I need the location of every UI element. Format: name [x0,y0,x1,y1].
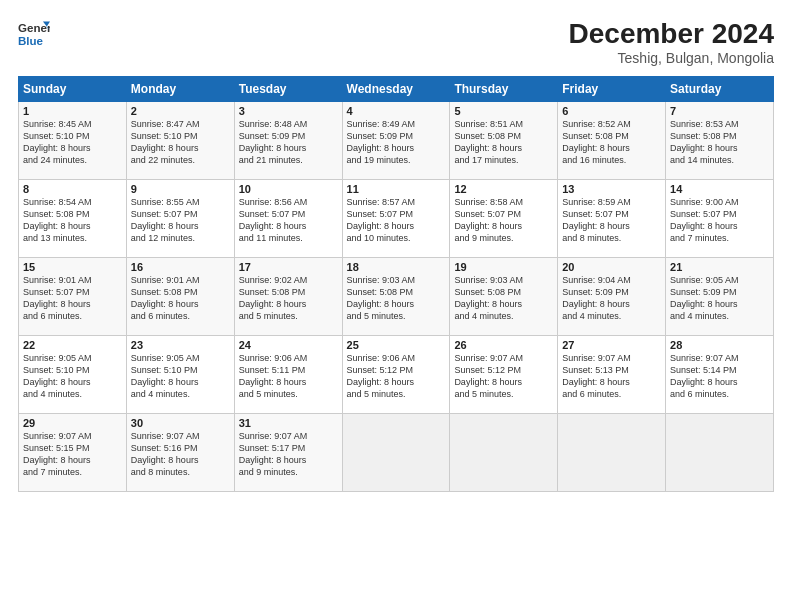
weekday-header-friday: Friday [558,77,666,102]
calendar-cell: 2Sunrise: 8:47 AM Sunset: 5:10 PM Daylig… [126,102,234,180]
calendar-cell: 17Sunrise: 9:02 AM Sunset: 5:08 PM Dayli… [234,258,342,336]
calendar-cell: 6Sunrise: 8:52 AM Sunset: 5:08 PM Daylig… [558,102,666,180]
calendar-cell: 4Sunrise: 8:49 AM Sunset: 5:09 PM Daylig… [342,102,450,180]
calendar-cell: 9Sunrise: 8:55 AM Sunset: 5:07 PM Daylig… [126,180,234,258]
calendar-cell: 25Sunrise: 9:06 AM Sunset: 5:12 PM Dayli… [342,336,450,414]
day-info: Sunrise: 9:00 AM Sunset: 5:07 PM Dayligh… [670,196,769,245]
day-number: 7 [670,105,769,117]
calendar-cell: 5Sunrise: 8:51 AM Sunset: 5:08 PM Daylig… [450,102,558,180]
day-info: Sunrise: 8:48 AM Sunset: 5:09 PM Dayligh… [239,118,338,167]
weekday-header-wednesday: Wednesday [342,77,450,102]
day-info: Sunrise: 9:06 AM Sunset: 5:12 PM Dayligh… [347,352,446,401]
day-info: Sunrise: 8:57 AM Sunset: 5:07 PM Dayligh… [347,196,446,245]
calendar-cell: 15Sunrise: 9:01 AM Sunset: 5:07 PM Dayli… [19,258,127,336]
day-info: Sunrise: 9:04 AM Sunset: 5:09 PM Dayligh… [562,274,661,323]
day-number: 15 [23,261,122,273]
calendar-cell [558,414,666,492]
calendar-cell: 18Sunrise: 9:03 AM Sunset: 5:08 PM Dayli… [342,258,450,336]
day-number: 8 [23,183,122,195]
day-info: Sunrise: 9:05 AM Sunset: 5:09 PM Dayligh… [670,274,769,323]
calendar-cell: 27Sunrise: 9:07 AM Sunset: 5:13 PM Dayli… [558,336,666,414]
calendar-cell: 8Sunrise: 8:54 AM Sunset: 5:08 PM Daylig… [19,180,127,258]
calendar-cell: 16Sunrise: 9:01 AM Sunset: 5:08 PM Dayli… [126,258,234,336]
day-info: Sunrise: 8:58 AM Sunset: 5:07 PM Dayligh… [454,196,553,245]
day-number: 23 [131,339,230,351]
subtitle: Teshig, Bulgan, Mongolia [569,50,774,66]
weekday-header-thursday: Thursday [450,77,558,102]
day-number: 6 [562,105,661,117]
day-info: Sunrise: 9:05 AM Sunset: 5:10 PM Dayligh… [131,352,230,401]
calendar-cell: 24Sunrise: 9:06 AM Sunset: 5:11 PM Dayli… [234,336,342,414]
day-number: 29 [23,417,122,429]
day-info: Sunrise: 9:07 AM Sunset: 5:12 PM Dayligh… [454,352,553,401]
day-info: Sunrise: 8:56 AM Sunset: 5:07 PM Dayligh… [239,196,338,245]
calendar-cell: 12Sunrise: 8:58 AM Sunset: 5:07 PM Dayli… [450,180,558,258]
weekday-header-monday: Monday [126,77,234,102]
day-number: 11 [347,183,446,195]
calendar-cell: 28Sunrise: 9:07 AM Sunset: 5:14 PM Dayli… [666,336,774,414]
day-info: Sunrise: 8:53 AM Sunset: 5:08 PM Dayligh… [670,118,769,167]
calendar-cell: 1Sunrise: 8:45 AM Sunset: 5:10 PM Daylig… [19,102,127,180]
day-number: 22 [23,339,122,351]
day-info: Sunrise: 9:07 AM Sunset: 5:15 PM Dayligh… [23,430,122,479]
day-info: Sunrise: 8:59 AM Sunset: 5:07 PM Dayligh… [562,196,661,245]
calendar-cell: 26Sunrise: 9:07 AM Sunset: 5:12 PM Dayli… [450,336,558,414]
day-info: Sunrise: 9:01 AM Sunset: 5:07 PM Dayligh… [23,274,122,323]
day-number: 4 [347,105,446,117]
day-number: 20 [562,261,661,273]
day-info: Sunrise: 8:54 AM Sunset: 5:08 PM Dayligh… [23,196,122,245]
calendar-cell: 22Sunrise: 9:05 AM Sunset: 5:10 PM Dayli… [19,336,127,414]
page-header: General Blue December 2024 Teshig, Bulga… [18,18,774,66]
day-number: 12 [454,183,553,195]
logo-icon: General Blue [18,18,50,50]
svg-text:Blue: Blue [18,35,44,47]
calendar-table: SundayMondayTuesdayWednesdayThursdayFrid… [18,76,774,492]
day-number: 25 [347,339,446,351]
calendar-cell: 14Sunrise: 9:00 AM Sunset: 5:07 PM Dayli… [666,180,774,258]
logo: General Blue [18,18,50,50]
day-info: Sunrise: 9:02 AM Sunset: 5:08 PM Dayligh… [239,274,338,323]
day-number: 17 [239,261,338,273]
day-number: 3 [239,105,338,117]
day-number: 30 [131,417,230,429]
day-info: Sunrise: 9:07 AM Sunset: 5:14 PM Dayligh… [670,352,769,401]
calendar-cell: 20Sunrise: 9:04 AM Sunset: 5:09 PM Dayli… [558,258,666,336]
day-number: 5 [454,105,553,117]
day-number: 2 [131,105,230,117]
calendar-cell: 29Sunrise: 9:07 AM Sunset: 5:15 PM Dayli… [19,414,127,492]
calendar-cell [450,414,558,492]
day-number: 28 [670,339,769,351]
title-block: December 2024 Teshig, Bulgan, Mongolia [569,18,774,66]
weekday-header-saturday: Saturday [666,77,774,102]
calendar-cell [666,414,774,492]
day-number: 24 [239,339,338,351]
day-number: 21 [670,261,769,273]
calendar-cell: 11Sunrise: 8:57 AM Sunset: 5:07 PM Dayli… [342,180,450,258]
day-info: Sunrise: 8:52 AM Sunset: 5:08 PM Dayligh… [562,118,661,167]
day-info: Sunrise: 8:55 AM Sunset: 5:07 PM Dayligh… [131,196,230,245]
calendar-cell: 21Sunrise: 9:05 AM Sunset: 5:09 PM Dayli… [666,258,774,336]
day-number: 9 [131,183,230,195]
day-number: 16 [131,261,230,273]
calendar-cell [342,414,450,492]
day-number: 19 [454,261,553,273]
calendar-cell: 10Sunrise: 8:56 AM Sunset: 5:07 PM Dayli… [234,180,342,258]
day-number: 31 [239,417,338,429]
day-number: 13 [562,183,661,195]
day-info: Sunrise: 9:07 AM Sunset: 5:17 PM Dayligh… [239,430,338,479]
day-info: Sunrise: 9:07 AM Sunset: 5:16 PM Dayligh… [131,430,230,479]
calendar-cell: 23Sunrise: 9:05 AM Sunset: 5:10 PM Dayli… [126,336,234,414]
day-number: 18 [347,261,446,273]
calendar-cell: 19Sunrise: 9:03 AM Sunset: 5:08 PM Dayli… [450,258,558,336]
calendar-cell: 13Sunrise: 8:59 AM Sunset: 5:07 PM Dayli… [558,180,666,258]
weekday-header-tuesday: Tuesday [234,77,342,102]
day-info: Sunrise: 9:03 AM Sunset: 5:08 PM Dayligh… [454,274,553,323]
day-number: 1 [23,105,122,117]
day-info: Sunrise: 9:03 AM Sunset: 5:08 PM Dayligh… [347,274,446,323]
main-title: December 2024 [569,18,774,50]
calendar-cell: 31Sunrise: 9:07 AM Sunset: 5:17 PM Dayli… [234,414,342,492]
day-number: 14 [670,183,769,195]
calendar-cell: 3Sunrise: 8:48 AM Sunset: 5:09 PM Daylig… [234,102,342,180]
calendar-cell: 7Sunrise: 8:53 AM Sunset: 5:08 PM Daylig… [666,102,774,180]
day-info: Sunrise: 8:47 AM Sunset: 5:10 PM Dayligh… [131,118,230,167]
